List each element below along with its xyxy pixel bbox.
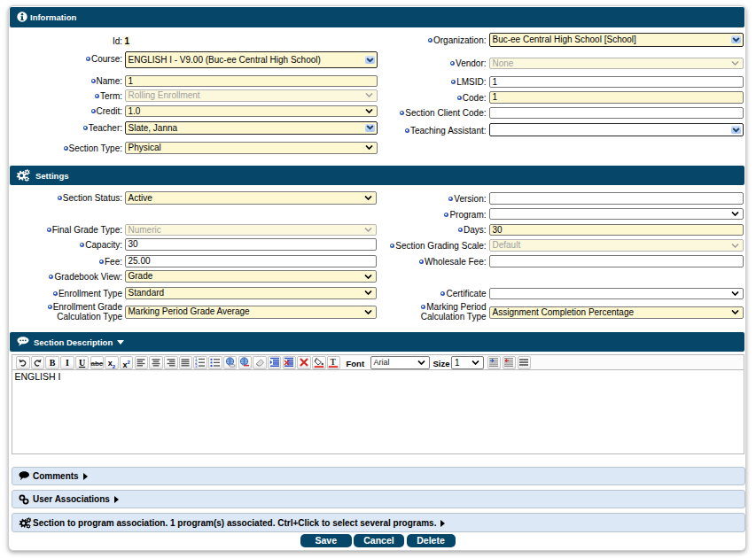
- svg-text:3: 3: [195, 364, 198, 368]
- svg-text:T: T: [331, 358, 337, 367]
